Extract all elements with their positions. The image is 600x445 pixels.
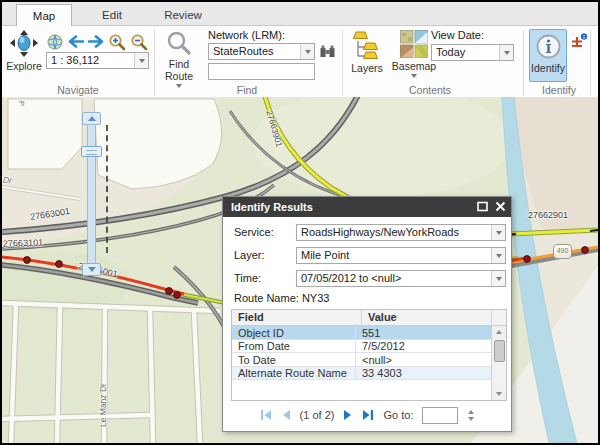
next-extent-button[interactable]	[86, 34, 106, 49]
identify-route-tool-button[interactable]	[569, 32, 588, 49]
time-dropdown-button[interactable]	[491, 271, 505, 286]
layer-dropdown-button[interactable]	[491, 248, 505, 263]
field-cell: Object ID	[232, 326, 356, 339]
dialog-titlebar[interactable]: Identify Results	[223, 197, 511, 217]
zoom-in-button[interactable]	[107, 32, 127, 51]
identify-results-dialog: Identify Results Service: RoadsHighways/…	[222, 196, 512, 432]
zoom-in-icon	[108, 33, 126, 51]
maximize-button[interactable]	[477, 201, 488, 212]
network-lrm-value: StateRoutes	[209, 44, 300, 59]
chevron-down-icon	[305, 50, 311, 54]
identify-group-label: Identify	[519, 84, 599, 97]
view-date-combobox[interactable]: Today	[431, 44, 514, 61]
route-label: 27663101	[3, 237, 43, 248]
zoom-out-button[interactable]	[129, 32, 149, 51]
layers-button[interactable]: Layers	[347, 30, 387, 74]
route-value	[209, 64, 314, 79]
identify-button[interactable]: Identify	[529, 29, 567, 82]
zoom-slider-down-button[interactable]	[82, 263, 101, 276]
layer-combobox[interactable]: Mile Point	[296, 247, 506, 264]
explore-label: Explore	[6, 61, 42, 72]
service-label: Service:	[234, 226, 274, 238]
basemap-label: Basemap	[392, 61, 436, 72]
table-row[interactable]: Alternate Route Name33 4303	[232, 367, 491, 381]
table-row[interactable]: To Date<null>	[232, 353, 491, 367]
last-page-button[interactable]	[362, 409, 374, 421]
zoom-out-icon	[130, 33, 148, 51]
chevron-down-icon	[496, 231, 502, 235]
tab-review[interactable]: Review	[150, 4, 216, 26]
value-cell: 551	[356, 326, 491, 339]
service-combobox[interactable]: RoadsHighways/NewYorkRoads	[296, 224, 506, 241]
layer-label: Layer:	[234, 249, 265, 261]
goto-page-input[interactable]	[422, 407, 458, 424]
forward-arrow-icon	[88, 35, 105, 48]
ribbon-content: Explore	[2, 26, 598, 97]
triangle-down-icon	[496, 392, 502, 396]
previous-page-button[interactable]	[281, 409, 291, 421]
next-page-button[interactable]	[343, 409, 353, 421]
service-dropdown-button[interactable]	[491, 225, 505, 240]
triangle-down-icon	[88, 267, 96, 272]
identify-label: Identify	[531, 63, 565, 74]
scroll-down-button[interactable]	[492, 388, 506, 400]
triangle-up-icon	[88, 116, 96, 121]
goto-spinner[interactable]	[468, 410, 474, 421]
chevron-down-icon	[504, 51, 510, 55]
group-separator	[342, 30, 343, 96]
route-shield: 490	[553, 244, 572, 259]
tab-edit[interactable]: Edit	[82, 4, 142, 26]
close-button[interactable]	[495, 201, 506, 212]
map-scale-dropdown-button[interactable]	[134, 53, 148, 68]
map-scale-combobox[interactable]: 1 : 36,112	[46, 52, 149, 69]
field-cell: From Date	[232, 340, 356, 353]
network-lrm-label: Network (LRM):	[208, 29, 285, 41]
route-label: 27662901	[528, 210, 568, 220]
explore-button[interactable]: Explore	[4, 30, 44, 72]
triangle-down-icon	[468, 417, 474, 421]
service-value: RoadsHighways/NewYorkRoads	[297, 225, 491, 240]
scrollbar-thumb[interactable]	[494, 340, 505, 362]
value-cell: 33 4303	[356, 367, 491, 380]
value-column-header[interactable]: Value	[362, 310, 492, 325]
globe-icon	[47, 34, 63, 50]
value-cell: 7/5/2012	[356, 340, 491, 353]
zoom-slider[interactable]	[81, 112, 102, 276]
binoculars-icon	[319, 44, 336, 59]
last-page-icon	[362, 409, 374, 421]
results-table-header: Field Value	[232, 310, 506, 326]
street-label: P	[17, 101, 26, 106]
route-combobox[interactable]	[208, 63, 315, 80]
zoom-slider-ticks	[106, 125, 108, 253]
identify-icon	[535, 33, 562, 62]
back-arrow-icon	[67, 35, 84, 48]
table-scrollbar[interactable]	[491, 326, 506, 400]
network-lrm-dropdown-button[interactable]	[300, 44, 314, 59]
page-indicator: (1 of 2)	[300, 409, 335, 421]
table-row[interactable]: Object ID551	[232, 326, 491, 340]
find-route-button[interactable]: Find Route	[159, 30, 199, 88]
scroll-up-button[interactable]	[492, 326, 506, 338]
basemap-icon	[400, 30, 428, 60]
app-window: Map Edit Review	[0, 0, 600, 445]
full-extent-button[interactable]	[45, 33, 64, 50]
triangle-up-icon	[468, 410, 474, 414]
time-combobox[interactable]: 07/05/2012 to <null>	[296, 270, 506, 287]
find-route-icon	[166, 30, 192, 58]
first-page-button[interactable]	[260, 409, 272, 421]
ribbon: Map Edit Review	[2, 2, 598, 97]
view-date-dropdown-button[interactable]	[499, 45, 513, 60]
find-route-label-1: Find	[169, 59, 189, 70]
route-name-line: Route Name: NY33	[234, 292, 329, 304]
table-row[interactable]: From Date7/5/2012	[232, 340, 491, 354]
explore-icon	[8, 30, 40, 60]
network-lrm-combobox[interactable]: StateRoutes	[208, 43, 315, 60]
first-page-icon	[260, 409, 272, 421]
tab-map[interactable]: Map	[16, 4, 72, 27]
field-column-header[interactable]: Field	[232, 310, 362, 325]
zoom-slider-track[interactable]	[87, 124, 96, 264]
zoom-slider-handle[interactable]	[81, 146, 102, 157]
search-route-button[interactable]	[318, 43, 337, 60]
route-name-label: Route Name:	[234, 292, 299, 304]
previous-extent-button[interactable]	[65, 34, 85, 49]
